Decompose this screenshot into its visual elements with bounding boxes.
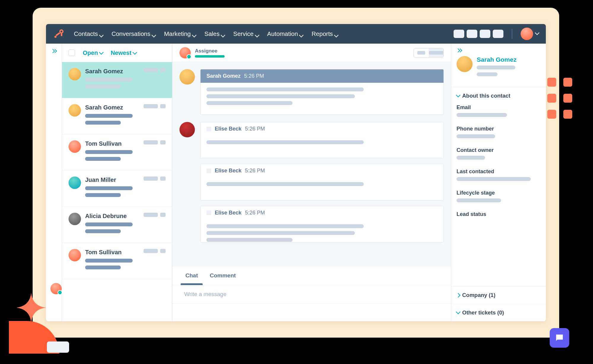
contact-field-label: Lifecycle stage xyxy=(457,190,540,196)
chevron-down-icon xyxy=(335,32,338,36)
chevron-down-icon xyxy=(133,50,136,56)
decorative-card-background: Contacts Conversations Marketing Sales S… xyxy=(33,8,559,338)
decorative-bar xyxy=(47,341,69,353)
composer-tab-comment[interactable]: Comment xyxy=(209,266,237,285)
sort-filter[interactable]: Newest xyxy=(111,50,136,56)
nav-contacts[interactable]: Contacts xyxy=(71,28,106,39)
conversation-item[interactable]: Sarah Gomez xyxy=(62,62,172,98)
nav-utility-1[interactable] xyxy=(454,30,464,38)
chat-widget-button[interactable] xyxy=(550,328,569,348)
svg-rect-4 xyxy=(61,33,62,36)
view-toggle[interactable] xyxy=(414,48,444,58)
chevron-down-icon xyxy=(457,93,460,99)
contact-panel: Sarah Gomez About this contact EmailPhon… xyxy=(451,44,546,321)
assignee-name-placeholder xyxy=(195,55,225,58)
contact-field-label: Last contacted xyxy=(457,169,540,175)
thread-panel: Assignee Sarah Gomez5:26 PMElise Beck5:2… xyxy=(172,44,451,321)
svg-point-3 xyxy=(55,36,57,38)
inbox-rail xyxy=(46,44,62,321)
message-bubble[interactable]: Elise Beck5:26 PM xyxy=(200,122,444,158)
contact-field-label: Email xyxy=(457,104,540,111)
chevron-down-icon xyxy=(535,31,539,36)
nav-sales[interactable]: Sales xyxy=(201,28,228,39)
conversation-item[interactable]: Sarah Gomez xyxy=(62,98,172,134)
contact-field-value xyxy=(457,198,501,202)
conversation-item[interactable]: Alicia Debrune xyxy=(62,207,172,243)
conversation-avatar xyxy=(69,68,81,80)
account-menu[interactable] xyxy=(521,28,539,40)
conversation-avatar xyxy=(69,213,81,225)
app-window: Contacts Conversations Marketing Sales S… xyxy=(46,24,546,321)
nav-automation[interactable]: Automation xyxy=(264,28,306,39)
contact-name-link[interactable]: Sarah Gomez xyxy=(477,56,540,63)
message-bubble[interactable]: Sarah Gomez5:26 PM xyxy=(200,69,444,115)
nav-utility-3[interactable] xyxy=(480,30,490,38)
composer-input[interactable]: Write a message xyxy=(172,285,451,303)
nav-service[interactable]: Service xyxy=(230,28,262,39)
message-author-avatar xyxy=(179,122,195,137)
divider xyxy=(512,29,512,39)
conversation-item[interactable]: Juan Miller xyxy=(62,171,172,207)
conversation-item[interactable]: Tom Sullivan xyxy=(62,243,172,279)
chevron-right-icon xyxy=(457,292,460,298)
list-filters: Open Newest xyxy=(62,44,172,62)
company-section-toggle[interactable]: Company (1) xyxy=(457,292,540,298)
chevron-down-icon xyxy=(457,309,460,316)
tickets-section-toggle[interactable]: Other tickets (0) xyxy=(457,309,540,316)
contact-field-value xyxy=(457,177,531,181)
chevron-down-icon xyxy=(300,32,303,36)
user-avatar xyxy=(521,28,533,40)
nav-reports[interactable]: Reports xyxy=(309,28,341,39)
chevron-down-icon xyxy=(255,32,259,36)
assignee-avatar[interactable] xyxy=(179,47,191,58)
nav-utility-4[interactable] xyxy=(493,30,503,38)
conversation-avatar xyxy=(69,104,81,117)
svg-rect-2 xyxy=(55,32,60,36)
contact-field-value xyxy=(457,113,507,117)
conversation-avatar xyxy=(69,140,81,153)
top-navbar: Contacts Conversations Marketing Sales S… xyxy=(46,24,546,44)
conversation-item[interactable]: Tom Sullivan xyxy=(62,134,172,171)
chevron-down-icon xyxy=(193,32,196,36)
decorative-sparkle-icon xyxy=(16,293,46,322)
company-section-label: Company (1) xyxy=(462,292,495,298)
chevron-down-icon xyxy=(221,32,225,36)
about-section-label: About this contact xyxy=(462,93,510,99)
chevron-down-icon xyxy=(152,32,156,36)
contact-avatar[interactable] xyxy=(457,56,473,72)
contact-field-value xyxy=(457,156,485,160)
view-toggle-on[interactable] xyxy=(414,48,429,57)
chevron-down-icon xyxy=(100,50,103,56)
message-bubble[interactable]: Elise Beck5:26 PM xyxy=(200,164,444,200)
expand-sidebar-icon[interactable] xyxy=(51,48,57,54)
conversation-avatar xyxy=(69,177,81,189)
composer-toolbar xyxy=(172,303,451,321)
hubspot-logo-icon[interactable] xyxy=(53,28,65,40)
nav-utility-icons xyxy=(454,30,503,38)
nav-utility-2[interactable] xyxy=(467,30,477,38)
message-row: Elise Beck5:26 PMElise Beck5:26 PMElise … xyxy=(179,122,444,242)
tickets-section-label: Other tickets (0) xyxy=(462,309,504,316)
select-all-checkbox[interactable] xyxy=(69,50,75,56)
status-filter[interactable]: Open xyxy=(83,50,103,56)
about-section-toggle[interactable]: About this contact xyxy=(457,93,540,99)
message-author-avatar xyxy=(179,69,195,85)
conversation-avatar xyxy=(69,249,81,261)
conversation-list-panel: Open Newest Sarah Gomez Sarah Gomez To xyxy=(62,44,172,321)
message-bubble[interactable]: Elise Beck5:26 PM xyxy=(200,206,444,242)
contact-field-label: Phone number xyxy=(457,126,540,132)
collapse-contact-panel-icon[interactable] xyxy=(451,44,546,53)
message-row: Sarah Gomez5:26 PM xyxy=(179,69,444,115)
svg-point-1 xyxy=(61,31,62,32)
nav-marketing[interactable]: Marketing xyxy=(161,28,199,39)
chevron-down-icon xyxy=(100,32,103,36)
nav-menu: Contacts Conversations Marketing Sales S… xyxy=(71,28,341,39)
decorative-avatar xyxy=(50,283,62,294)
composer-tab-chat[interactable]: Chat xyxy=(184,266,199,285)
view-toggle-off[interactable] xyxy=(429,48,443,57)
message-composer: Chat Comment Write a message xyxy=(172,266,451,321)
nav-conversations[interactable]: Conversations xyxy=(109,28,159,39)
contact-field-value xyxy=(457,134,495,138)
thread-header: Assignee xyxy=(172,44,451,62)
contact-field-label: Contact owner xyxy=(457,147,540,153)
